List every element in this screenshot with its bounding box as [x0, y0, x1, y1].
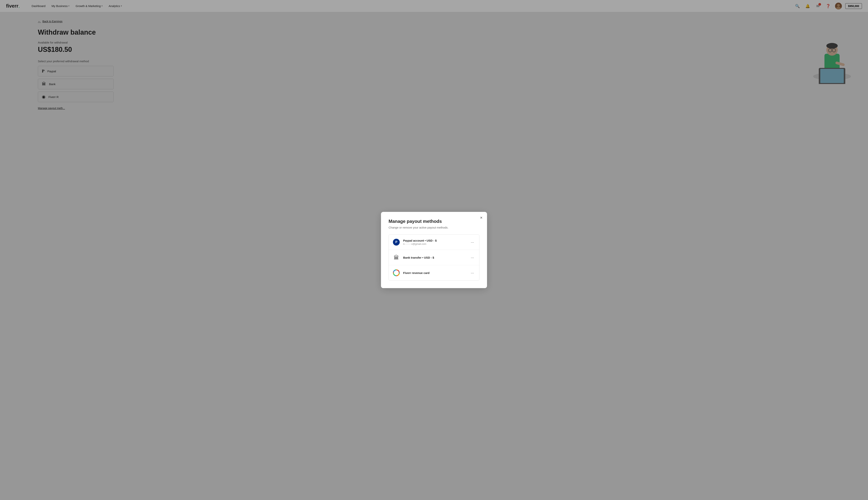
modal-subtitle: Change or remove your active payout meth… [389, 226, 479, 229]
fiverr-name: Fiverr revenue card [403, 271, 466, 274]
payout-item-bank: 🏛 Bank transfer • USD - $ ··· [389, 250, 479, 265]
bank-info: Bank transfer • USD - $ [403, 256, 466, 259]
paypal-name: Paypal account • USD - $ [403, 239, 466, 242]
modal-close-button[interactable]: × [480, 216, 482, 220]
fiverr-info: Fiverr revenue card [403, 271, 466, 274]
paypal-info: Paypal account • USD - $ n··········v@gm… [403, 239, 466, 246]
manage-payout-modal: Manage payout methods Change or remove y… [381, 212, 487, 288]
bank-icon-wrap: 🏛 [392, 254, 400, 261]
payout-methods-list: P Paypal account • USD - $ n··········v@… [389, 235, 479, 281]
modal-title: Manage payout methods [389, 219, 479, 224]
paypal-logo-icon: P [393, 239, 400, 246]
payout-item-paypal: P Paypal account • USD - $ n··········v@… [389, 235, 479, 250]
modal-overlay[interactable]: Manage payout methods Change or remove y… [0, 0, 868, 500]
bank-building-icon: 🏛 [394, 254, 399, 261]
paypal-icon-wrap: P [392, 238, 400, 246]
bank-menu-button[interactable]: ··· [469, 254, 476, 261]
paypal-email: n··········v@gmail.com [403, 242, 466, 246]
payout-item-fiverr: Fiverr revenue card ··· [389, 265, 479, 280]
fiverr-card-icon-wrap [392, 269, 400, 276]
fiverr-card-icon [393, 269, 400, 276]
paypal-menu-button[interactable]: ··· [469, 239, 476, 245]
fiverr-menu-button[interactable]: ··· [469, 270, 476, 276]
bank-name: Bank transfer • USD - $ [403, 256, 466, 259]
